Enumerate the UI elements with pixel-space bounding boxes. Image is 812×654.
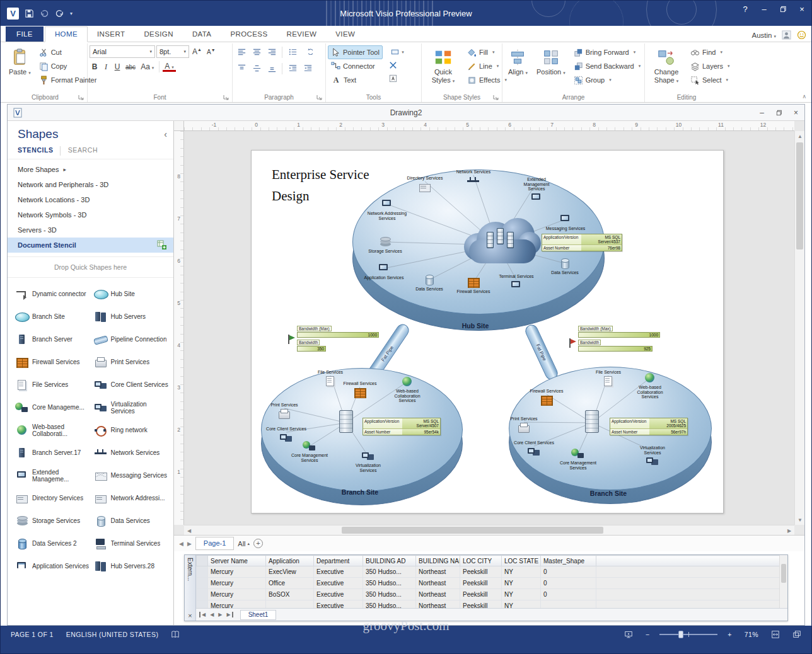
zoom-level[interactable]: 71%	[738, 626, 765, 643]
bring-forward-button[interactable]: Bring Forward	[571, 45, 644, 59]
paste-button[interactable]: Paste	[5, 45, 35, 77]
change-case-button[interactable]: Aa	[139, 62, 156, 71]
undo-icon[interactable]	[40, 9, 49, 18]
bullets-button[interactable]	[286, 45, 299, 59]
drawing-minimize-button[interactable]: –	[753, 106, 770, 120]
diagram-node[interactable]: Firewall Services	[339, 381, 381, 399]
user-account[interactable]: Austin	[752, 32, 776, 39]
table-row[interactable]: Mercury BoSOX Executive 350 Hudso... Nor…	[197, 589, 787, 600]
switch-windows-icon[interactable]	[786, 626, 808, 643]
clipboard-dialog-launcher-icon[interactable]	[78, 94, 84, 101]
shrink-font-button[interactable]: A▼	[205, 48, 218, 55]
stencil-shape[interactable]: Application Services	[14, 556, 93, 577]
smiley-feedback-icon[interactable]	[797, 30, 806, 40]
tab-file[interactable]: FILE	[6, 26, 44, 42]
column-header[interactable]: Application	[266, 556, 314, 566]
row-selector[interactable]	[197, 578, 208, 589]
vertical-scrollbar[interactable]: ▲ ▼	[794, 131, 804, 525]
shape-draw-tool-button[interactable]	[386, 45, 408, 59]
diagram-node[interactable]: Firewall Services	[525, 389, 568, 406]
stencil-item[interactable]: Document Stencil	[8, 238, 173, 253]
language-indicator[interactable]: ENGLISH (UNITED STATES)	[60, 626, 165, 643]
stencil-item[interactable]: Network Symbols - 3D	[8, 207, 173, 222]
stencil-shape[interactable]: Branch Site	[14, 307, 93, 327]
drawing-restore-button[interactable]	[770, 106, 787, 120]
horizontal-scrollbar[interactable]: ◀ ▶	[184, 525, 794, 535]
page-nav-left-icon[interactable]: ◀	[179, 541, 183, 547]
hub-servers-cloud[interactable]	[464, 217, 541, 265]
align-bottom-button[interactable]	[265, 62, 279, 75]
stencil-shape[interactable]: Virtualization Services	[93, 398, 171, 418]
customize-qat-icon[interactable]: ▾	[70, 11, 72, 16]
stencil-shape[interactable]: Ring network	[93, 420, 171, 440]
italic-button[interactable]: I	[101, 62, 111, 72]
table-row[interactable]: Mercury Executive 350 Hudso... Northeast…	[197, 600, 787, 609]
diagram-node[interactable]: Extended Management Services	[515, 177, 558, 204]
stencil-shape[interactable]: Print Services	[93, 352, 171, 372]
column-header[interactable]: BUILDING AD	[363, 556, 416, 566]
tab-insert[interactable]: INSERT	[88, 27, 134, 42]
diagram-node[interactable]: Storage Services	[364, 236, 407, 254]
align-center-button[interactable]	[250, 45, 264, 59]
presentation-mode-icon[interactable]	[618, 626, 639, 643]
proofing-icon[interactable]	[165, 626, 186, 643]
tab-view[interactable]: VIEW	[326, 27, 364, 42]
tab-home[interactable]: HOME	[45, 26, 88, 42]
fit-page-icon[interactable]	[765, 626, 786, 643]
vertical-scroll-thumb[interactable]	[796, 142, 803, 250]
align-button[interactable]: Align	[504, 45, 531, 77]
diagram-node[interactable]: Print Services	[502, 416, 545, 434]
row-selector[interactable]	[197, 589, 208, 600]
stencil-shape[interactable]: Core Manageme...	[14, 398, 93, 418]
tab-stencils[interactable]: STENCILS	[18, 146, 60, 156]
select-button[interactable]: Select	[687, 73, 733, 87]
drawing-close-button[interactable]: ×	[787, 106, 804, 120]
stencil-shape[interactable]: Network Addressi...	[93, 488, 171, 508]
diagram-node[interactable]: Data Services	[543, 258, 586, 275]
page-tab[interactable]: Page-1	[195, 537, 234, 550]
scroll-down-icon[interactable]: ▼	[795, 515, 804, 525]
close-button[interactable]: ×	[792, 1, 811, 18]
stencil-shape[interactable]: Core Client Services	[93, 375, 171, 395]
quick-styles-button[interactable]: Quick Styles	[424, 45, 463, 85]
diagram-node[interactable]: Terminal Services	[495, 274, 538, 292]
restore-button[interactable]	[774, 1, 792, 18]
font-dialog-launcher-icon[interactable]	[223, 94, 229, 101]
diagram-node[interactable]: File Services	[587, 370, 630, 387]
stencil-shape[interactable]: Extended Manageme...	[14, 466, 93, 486]
page-indicator[interactable]: PAGE 1 OF 1	[4, 626, 60, 643]
diagram-node[interactable]: Network Addressing Services	[366, 198, 409, 221]
change-shape-button[interactable]: Change Shape	[647, 45, 686, 85]
external-data-scroll-thumb[interactable]	[781, 564, 786, 583]
diagram-node[interactable]: Virtualization Services	[631, 445, 674, 468]
rotate-text-button[interactable]	[301, 45, 315, 59]
diagram-node[interactable]: Data Services	[408, 274, 451, 292]
last-record-icon[interactable]: ▶	[225, 612, 233, 617]
save-icon[interactable]	[25, 9, 34, 18]
row-selector[interactable]	[197, 600, 208, 609]
stencil-shape[interactable]: Hub Site	[93, 284, 171, 304]
diagram-node[interactable]: Firewall Services	[452, 277, 495, 294]
previous-record-icon[interactable]: ◀	[209, 612, 215, 617]
text-block-tool-button[interactable]	[386, 72, 400, 85]
align-right-button[interactable]	[265, 45, 279, 59]
stencil-item[interactable]: Network Locations - 3D	[8, 192, 173, 207]
tab-search[interactable]: SEARCH	[60, 146, 104, 156]
first-record-icon[interactable]: ◀	[199, 612, 207, 617]
stencil-item[interactable]: More Shapes ▸	[8, 162, 173, 177]
pointer-tool-button[interactable]: Pointer Tool	[328, 45, 383, 59]
table-row[interactable]: Mercury Office Executive 350 Hudso... No…	[197, 578, 787, 589]
zoom-out-button[interactable]: −	[639, 626, 656, 643]
branch-right-data-callout[interactable]: Application/VersionMS SQL 2005/4625 Asse…	[610, 418, 688, 435]
strikethrough-button[interactable]: abc	[124, 64, 137, 71]
bold-button[interactable]: B	[90, 62, 100, 71]
diagram-node[interactable]: Network Services	[452, 169, 495, 187]
column-header[interactable]: BUILDING NAI	[416, 556, 460, 566]
tab-design[interactable]: DESIGN	[134, 27, 183, 42]
zoom-in-button[interactable]: +	[721, 626, 738, 643]
table-row[interactable]: Mercury ExecView Executive 350 Hudso... …	[197, 566, 787, 578]
send-backward-button[interactable]: Send Backward	[571, 59, 644, 73]
stencil-item[interactable]: Network and Peripherals - 3D	[8, 177, 173, 192]
stencil-shape[interactable]: Network Services	[93, 443, 171, 463]
group-button[interactable]: Group	[571, 73, 644, 87]
